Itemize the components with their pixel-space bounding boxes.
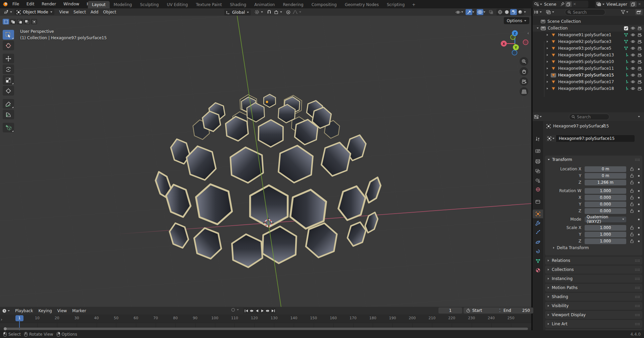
animate-dot[interactable] bbox=[638, 204, 640, 205]
add-workspace-button[interactable]: + bbox=[409, 1, 419, 8]
tab-texture-paint[interactable]: Texture Paint bbox=[192, 1, 226, 8]
animate-dot[interactable] bbox=[638, 240, 640, 242]
panel-grip[interactable] bbox=[635, 305, 640, 307]
breadcrumb-object-name[interactable]: Hexagone97:polySurface15 bbox=[553, 124, 609, 128]
viewlayer-remove-icon[interactable]: ✕ bbox=[638, 2, 641, 6]
menu-window[interactable]: Window bbox=[60, 0, 83, 8]
tool-annotate[interactable] bbox=[3, 99, 14, 109]
tab-rendering[interactable]: Rendering bbox=[279, 1, 307, 8]
expand-arrow-icon[interactable] bbox=[547, 61, 548, 63]
disable-camera-icon[interactable] bbox=[638, 60, 642, 64]
value-field[interactable]: 0.000 bbox=[585, 208, 626, 214]
scene-canvas[interactable] bbox=[0, 16, 531, 307]
hide-eye-icon[interactable] bbox=[631, 26, 635, 30]
object-data-tab[interactable] bbox=[533, 257, 543, 265]
pin-icon[interactable] bbox=[560, 2, 565, 6]
properties-editor-type-button[interactable] bbox=[534, 112, 542, 121]
hide-eye-icon[interactable] bbox=[631, 40, 635, 43]
panel-grip[interactable] bbox=[635, 278, 640, 280]
disable-camera-icon[interactable] bbox=[638, 33, 642, 37]
outliner-row-collection[interactable]: Collection bbox=[533, 25, 644, 32]
menu-render[interactable]: Render bbox=[38, 0, 60, 8]
timeline-scrollbar[interactable] bbox=[4, 328, 528, 330]
object-name[interactable]: Hexagone98:polySurface17 bbox=[558, 79, 614, 84]
outliner-row-scene-collection[interactable]: Scene Collection bbox=[533, 18, 644, 25]
tab-scripting[interactable]: Scripting bbox=[383, 1, 409, 8]
object-name[interactable]: Hexagone95:polySurface10 bbox=[558, 59, 614, 64]
output-tab[interactable] bbox=[533, 157, 543, 166]
panel-grip[interactable] bbox=[635, 159, 640, 161]
tab-animation[interactable]: Animation bbox=[250, 1, 279, 8]
panel-instancing[interactable]: Instancing bbox=[545, 275, 642, 283]
collection-props-tab[interactable] bbox=[533, 197, 543, 206]
lock-icon[interactable] bbox=[629, 195, 635, 200]
value-field[interactable]: 0.000 bbox=[585, 195, 626, 201]
tab-layout[interactable]: Layout bbox=[88, 1, 110, 8]
prev-keyframe-button[interactable] bbox=[249, 308, 254, 314]
mode-dropdown[interactable]: Object Mode bbox=[14, 9, 54, 15]
lock-icon[interactable] bbox=[629, 232, 635, 236]
value-field[interactable]: 1.000 bbox=[585, 225, 626, 231]
tool-move[interactable] bbox=[3, 54, 14, 63]
viewlayer-selector[interactable]: ViewLayer ✕ bbox=[595, 1, 644, 8]
tab-uv-editing[interactable]: UV Editing bbox=[163, 1, 192, 8]
lock-icon[interactable] bbox=[629, 239, 635, 243]
value-field[interactable]: 0 m bbox=[585, 166, 626, 172]
tab-geometry-nodes[interactable]: Geometry Nodes bbox=[341, 1, 383, 8]
pan-hand-button[interactable] bbox=[520, 67, 528, 76]
world-tab[interactable] bbox=[533, 185, 543, 194]
object-name[interactable]: Hexagone96:polySurface11 bbox=[558, 66, 614, 71]
camera-view-button[interactable] bbox=[520, 77, 528, 86]
overlays-toggle[interactable] bbox=[477, 9, 483, 15]
options-button[interactable]: Options bbox=[504, 17, 529, 24]
panel-grip[interactable] bbox=[635, 323, 640, 325]
collection-checkbox[interactable] bbox=[624, 26, 628, 31]
animate-dot[interactable] bbox=[638, 182, 640, 183]
transform-orientation-dropdown[interactable]: Global bbox=[224, 9, 251, 15]
object-name[interactable]: Hexagone91:polySurface1 bbox=[558, 33, 611, 37]
scene-unlink-icon[interactable]: ✕ bbox=[573, 2, 576, 6]
navigation-gizmo[interactable]: XZY bbox=[498, 26, 531, 60]
animate-dot[interactable] bbox=[638, 197, 640, 199]
panel-grip[interactable] bbox=[635, 314, 640, 316]
xray-toggle[interactable] bbox=[488, 9, 494, 15]
constraints-tab[interactable] bbox=[533, 247, 543, 256]
tab-compositing[interactable]: Compositing bbox=[308, 1, 341, 8]
timeline-expand-arrow[interactable]: › bbox=[1, 317, 2, 322]
disable-camera-icon[interactable] bbox=[638, 67, 642, 70]
expand-arrow-icon[interactable] bbox=[547, 41, 548, 43]
shading-solid-button[interactable] bbox=[503, 9, 510, 15]
scene-tab[interactable] bbox=[533, 176, 543, 185]
properties-options-chevron[interactable] bbox=[638, 116, 640, 117]
rotation-mode-dropdown[interactable]: Quaternion (WXYZ) bbox=[585, 217, 626, 222]
falloff-curve-button[interactable] bbox=[292, 9, 299, 15]
timeline-menu-keying[interactable]: Keying bbox=[36, 307, 55, 315]
timeline-track[interactable] bbox=[0, 323, 531, 327]
material-tab[interactable] bbox=[533, 266, 543, 275]
viewlayer-copy-button[interactable] bbox=[630, 1, 637, 7]
hide-eye-icon[interactable] bbox=[631, 87, 635, 90]
collapse-chevron-icon[interactable] bbox=[537, 27, 539, 29]
outliner-row-object[interactable]: Hexagone96:polySurface11 bbox=[533, 65, 644, 72]
panel-collections[interactable]: Collections bbox=[545, 266, 642, 274]
disable-camera-icon[interactable] bbox=[638, 47, 642, 50]
object-name[interactable]: Hexagone94:polySurface13 bbox=[558, 53, 614, 57]
panel-relations[interactable]: Relations bbox=[545, 257, 642, 265]
chevron-down-icon[interactable] bbox=[261, 11, 263, 13]
scene-name[interactable]: Scene bbox=[542, 2, 558, 7]
transform-panel-header[interactable]: Transform bbox=[545, 156, 642, 164]
hide-eye-icon[interactable] bbox=[631, 73, 635, 77]
expand-arrow-icon[interactable] bbox=[547, 34, 548, 36]
panel-grip[interactable] bbox=[635, 269, 640, 271]
object-name[interactable]: Hexagone99:polySurface18 bbox=[558, 86, 614, 91]
menu-file[interactable]: File bbox=[9, 0, 23, 8]
tool-tab[interactable] bbox=[533, 134, 543, 143]
jump-to-start-button[interactable] bbox=[244, 308, 249, 314]
outliner-row-object[interactable]: Hexagone94:polySurface13 bbox=[533, 52, 644, 58]
lock-icon[interactable] bbox=[629, 209, 635, 213]
outliner-row-object[interactable]: Hexagone91:polySurface1 bbox=[533, 32, 644, 38]
timeline-editor-type-button[interactable] bbox=[0, 307, 12, 315]
disable-camera-icon[interactable] bbox=[638, 40, 642, 44]
play-reverse-button[interactable] bbox=[254, 308, 260, 314]
panel-viewport-display[interactable]: Viewport Display bbox=[545, 311, 642, 319]
